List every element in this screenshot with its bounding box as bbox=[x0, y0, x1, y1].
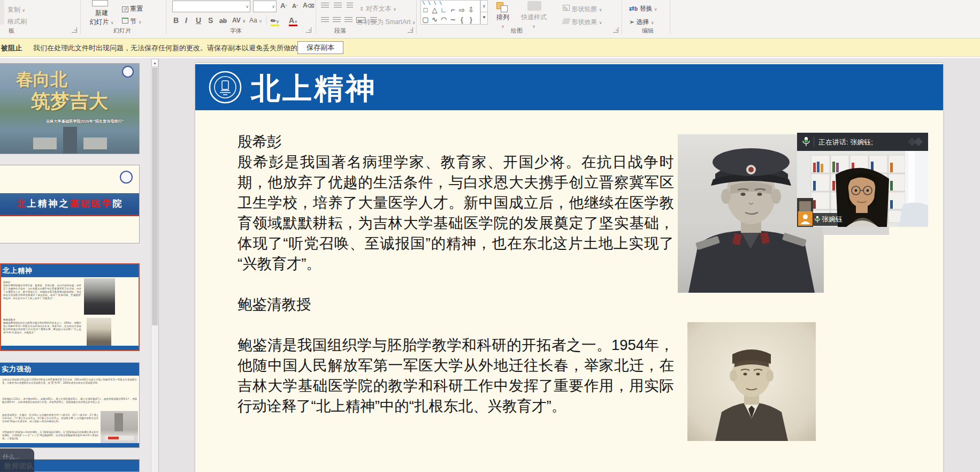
align-left-button[interactable] bbox=[321, 17, 329, 23]
thumbnail-slide-4[interactable]: 实力强劲 吉林大学基础医学院起源于1939年9月成立的晋察冀军区卫生学校，195… bbox=[0, 362, 140, 448]
copy-button[interactable]: 复制 ∨ bbox=[7, 5, 25, 14]
shape-arc-icon[interactable]: ◠ bbox=[439, 15, 448, 24]
reset-button[interactable]: ↺ 重置 bbox=[122, 4, 143, 13]
grow-font-button[interactable]: Aˆ bbox=[280, 2, 287, 10]
meeting-video-window[interactable]: 张婉钰 bbox=[797, 151, 928, 227]
italic-button[interactable]: I bbox=[185, 16, 187, 25]
photo-bao-jianqing[interactable] bbox=[687, 322, 816, 441]
arrange-button[interactable]: 排列∨ bbox=[496, 13, 509, 29]
change-case-button[interactable]: Aa ∨ bbox=[249, 17, 262, 24]
shape-curve-icon[interactable]: ∼ bbox=[448, 15, 457, 24]
thumbnail-slide-1[interactable]: 春向北 筑梦吉大 吉林大学基础医学院2026年“招生宣传母校行” bbox=[0, 63, 140, 154]
bullets-button[interactable] bbox=[321, 3, 329, 9]
slide-body-textbox[interactable]: 殷希彭 殷希彭是我国著名病理学家、教育家、开国少将。在抗日战争时期，他放弃了优越… bbox=[238, 132, 674, 416]
format-painter-label: 格式刷 bbox=[7, 18, 27, 25]
thumbnail-slide-2[interactable]: 北上精神之基础医学院 bbox=[0, 165, 140, 243]
character-spacing-button[interactable]: AV ∨ bbox=[232, 17, 246, 24]
drawing-dialog-launcher-icon[interactable]: ↘ bbox=[613, 27, 618, 33]
align-center-button[interactable] bbox=[333, 17, 341, 23]
thumbnail-pane-scrollbar[interactable]: ▲ bbox=[151, 59, 158, 472]
clear-formatting-button[interactable]: A⌫ bbox=[303, 2, 314, 9]
campus-building-left bbox=[33, 138, 57, 149]
shapes-row-2: ▢∿◠∼{} bbox=[421, 14, 480, 24]
shapes-gallery[interactable]: ╲╲╲╲ □△∟⌐⇨⇩ ▢∿◠∼{} bbox=[420, 0, 480, 25]
format-painter-button[interactable]: 格式刷 bbox=[7, 17, 27, 26]
shape-elbow-icon[interactable]: ∟ bbox=[439, 5, 448, 14]
font-size-combobox[interactable]: ∨ bbox=[253, 1, 277, 12]
chevron-down-icon: ∨ bbox=[393, 7, 396, 12]
shape-rounded-icon[interactable]: ▢ bbox=[421, 15, 430, 24]
arrange-label: 排列 bbox=[496, 13, 509, 21]
new-slide-button[interactable]: 新建 幻灯片 ∨ bbox=[88, 9, 116, 27]
align-text-button[interactable]: ⇕ 对齐文本 ∨ bbox=[359, 4, 396, 13]
font-group-label: 字体 bbox=[230, 27, 242, 35]
smartart-button[interactable]: ⬒ 转换为 SmartArt ∨ bbox=[357, 18, 416, 27]
arrange-icon bbox=[496, 1, 508, 12]
reset-icon: ↺ bbox=[122, 6, 128, 12]
paste-button-clipped[interactable] bbox=[0, 0, 4, 25]
slide-title-text[interactable]: 北上精神 bbox=[251, 69, 377, 109]
chevron-down-icon: ∨ bbox=[246, 4, 249, 9]
divider bbox=[814, 136, 814, 147]
slide-canvas[interactable]: 北上精神 殷希彭 殷希彭是我国著名病理学家、教育家、开国少将。在抗日战争时期，他… bbox=[195, 63, 943, 472]
shape-arrow-right-icon[interactable]: ⇨ bbox=[457, 5, 466, 14]
paragraph-dialog-launcher-icon[interactable]: ↘ bbox=[408, 27, 413, 33]
font-name-combobox[interactable]: ∨ bbox=[172, 1, 250, 12]
smartart-label: 转换为 SmartArt bbox=[364, 18, 411, 26]
speaking-now-text: 正在讲话: 张婉钰; bbox=[818, 138, 873, 147]
shape-effects-button[interactable]: 形状效果 ∨ bbox=[563, 18, 602, 27]
strikethrough-button[interactable]: ab bbox=[219, 17, 227, 25]
font-dialog-launcher-icon[interactable]: ↘ bbox=[306, 27, 311, 33]
chevron-down-icon: ∨ bbox=[654, 7, 657, 12]
quick-styles-button[interactable]: 快速样式∨ bbox=[521, 13, 547, 29]
align-text-icon: ⇕ bbox=[359, 6, 364, 12]
scrollbar-thumb[interactable] bbox=[152, 67, 158, 325]
highlight-color-button[interactable]: ✎∨ bbox=[271, 16, 279, 26]
decrease-indent-button[interactable] bbox=[347, 3, 353, 9]
section-button[interactable]: 节 ∨ bbox=[122, 17, 142, 26]
text-shadow-button[interactable]: S bbox=[208, 16, 213, 25]
replace-button[interactable]: ⇄b 替换 ∨ bbox=[629, 4, 657, 13]
chat-message-bubble[interactable]: 什么... bbox=[0, 448, 34, 472]
shrink-font-button[interactable]: Aˇ bbox=[292, 3, 298, 9]
shape-brace-left-icon[interactable]: { bbox=[457, 15, 466, 24]
university-seal-icon bbox=[120, 171, 133, 184]
shape-rectangle-icon[interactable]: □ bbox=[421, 5, 430, 14]
scroll-up-arrow-icon[interactable]: ▲ bbox=[151, 59, 158, 67]
shape-elbow-arrow-icon[interactable]: ⌐ bbox=[448, 5, 457, 14]
thumbnail-slide-3-selected[interactable]: 北上精神 殷希彭殷希彭是我国著名病理学家、教育家、开国少将。在抗日战争时期，他放… bbox=[0, 263, 140, 351]
clipboard-dialog-launcher-icon[interactable]: ↘ bbox=[72, 27, 77, 33]
chevron-down-icon: ∨ bbox=[242, 19, 246, 24]
thumb3-text-2: 鲍鉴清教授鲍鉴清是我国组织学与胚胎学教学和科研的开拓者之一。1954年，他随中国… bbox=[3, 318, 81, 345]
shape-triangle-icon[interactable]: △ bbox=[430, 5, 439, 14]
shape-outline-button[interactable]: ✎ 形状轮廓 ∨ bbox=[563, 5, 602, 14]
chat-bubble-text: 什么... bbox=[3, 453, 19, 461]
cover-calligraphy-line2: 筑梦吉大 bbox=[31, 88, 108, 115]
new-slide-label-2: 幻灯片 bbox=[89, 18, 109, 26]
slide-title-banner[interactable]: 北上精神 bbox=[195, 64, 943, 110]
gallery-more-icon[interactable]: ▼ bbox=[480, 12, 488, 25]
group-divider bbox=[670, 0, 670, 34]
shapes-row-recent-clipped: ╲╲╲╲ bbox=[421, 1, 480, 5]
shape-brace-right-icon[interactable]: } bbox=[466, 15, 476, 24]
thumb4-text-3: 拥有基础医学、生物学、药学和人与动物共有医学4个一级学科、11个二级学科，2个博… bbox=[2, 413, 98, 430]
align-right-button[interactable] bbox=[344, 17, 353, 23]
shape-arrow-down-icon[interactable]: ⇩ bbox=[466, 5, 476, 14]
select-button[interactable]: ➢ 选择 ∨ bbox=[629, 18, 654, 27]
group-divider bbox=[416, 0, 417, 34]
paragraph-group-label: 段落 bbox=[334, 27, 346, 35]
gallery-scroll-up-icon[interactable]: ∨ bbox=[480, 0, 488, 12]
chevron-down-icon: ∨ bbox=[532, 24, 535, 29]
bold-button[interactable]: B bbox=[173, 16, 179, 25]
meeting-speaking-bar[interactable]: 正在讲话: 张婉钰; bbox=[797, 133, 928, 151]
thumb4-text-2: 现有教职工216人，其中教授60人，副教授50人，博士生指导教师32人，硕士生指… bbox=[2, 397, 137, 412]
underline-button[interactable]: U bbox=[196, 16, 201, 25]
thumb3-text-1: 殷希彭殷希彭是我国著名病理学家、教育家、开国少将。在抗日战争时期，他放弃了优越的… bbox=[3, 280, 81, 316]
numbering-button[interactable] bbox=[334, 3, 342, 9]
chevron-down-icon: ∨ bbox=[599, 20, 602, 25]
reset-label: 重置 bbox=[130, 5, 143, 12]
save-copy-button[interactable]: 保存副本 bbox=[297, 41, 343, 54]
font-color-button[interactable]: A∨ bbox=[289, 16, 297, 26]
meeting-window-shadow-strip bbox=[823, 227, 889, 235]
shape-scribble-icon[interactable]: ∿ bbox=[430, 15, 439, 24]
